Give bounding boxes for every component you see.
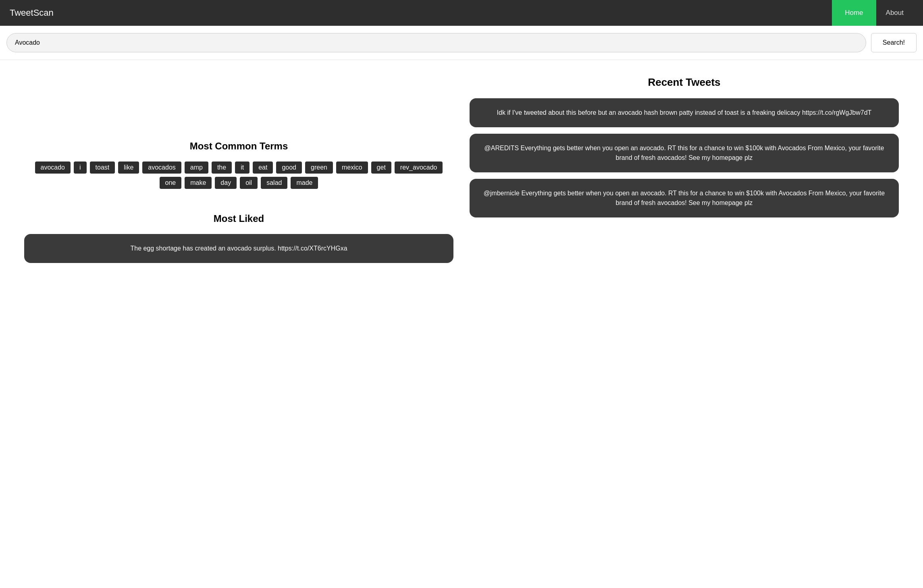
recent-tweets-title: Recent Tweets <box>470 76 899 89</box>
term-tag: avocados <box>142 161 181 174</box>
about-nav-button[interactable]: About <box>876 0 913 26</box>
most-liked-tweet: The egg shortage has created an avocado … <box>24 234 453 263</box>
nav-links: Home About <box>832 0 913 26</box>
most-liked-section: Most Liked The egg shortage has created … <box>24 213 453 263</box>
term-tag: rev_avocado <box>395 161 443 174</box>
most-liked-title: Most Liked <box>24 213 453 224</box>
search-bar: Search! <box>0 26 923 60</box>
term-tag: salad <box>261 177 287 189</box>
term-tag: like <box>118 161 139 174</box>
home-nav-button[interactable]: Home <box>832 0 876 26</box>
term-tag: the <box>212 161 232 174</box>
left-column: Most Common Terms avocadoitoastlikeavoca… <box>8 76 453 269</box>
recent-tweet-card: @jmbernicle Everything gets better when … <box>470 179 899 217</box>
term-tag: mexico <box>336 161 368 174</box>
term-tag: get <box>371 161 391 174</box>
recent-tweet-card: Idk if I've tweeted about this before bu… <box>470 98 899 127</box>
recent-tweet-card: @AREDITS Everything gets better when you… <box>470 134 899 172</box>
term-tag: eat <box>253 161 273 174</box>
search-button[interactable]: Search! <box>871 33 917 52</box>
term-tag: good <box>276 161 302 174</box>
term-tag: i <box>74 161 87 174</box>
term-tag: made <box>291 177 318 189</box>
term-tag: it <box>235 161 249 174</box>
search-input[interactable] <box>6 33 866 52</box>
term-tag: make <box>185 177 212 189</box>
recent-tweets-container: Idk if I've tweeted about this before bu… <box>470 98 899 217</box>
term-tag: green <box>305 161 333 174</box>
term-tag: day <box>215 177 237 189</box>
term-tag: oil <box>240 177 258 189</box>
term-tag: avocado <box>35 161 71 174</box>
navbar: TweetScan Home About <box>0 0 923 26</box>
main-content: Most Common Terms avocadoitoastlikeavoca… <box>0 60 923 286</box>
most-common-terms-title: Most Common Terms <box>24 141 453 152</box>
terms-container: avocadoitoastlikeavocadosamptheiteatgood… <box>24 161 453 189</box>
most-common-terms-section: Most Common Terms avocadoitoastlikeavoca… <box>24 141 453 189</box>
term-tag: toast <box>90 161 115 174</box>
term-tag: one <box>160 177 182 189</box>
right-column: Recent Tweets Idk if I've tweeted about … <box>470 76 915 269</box>
brand-title: TweetScan <box>10 8 54 18</box>
recent-tweets-section: Recent Tweets Idk if I've tweeted about … <box>470 76 899 217</box>
term-tag: amp <box>185 161 208 174</box>
